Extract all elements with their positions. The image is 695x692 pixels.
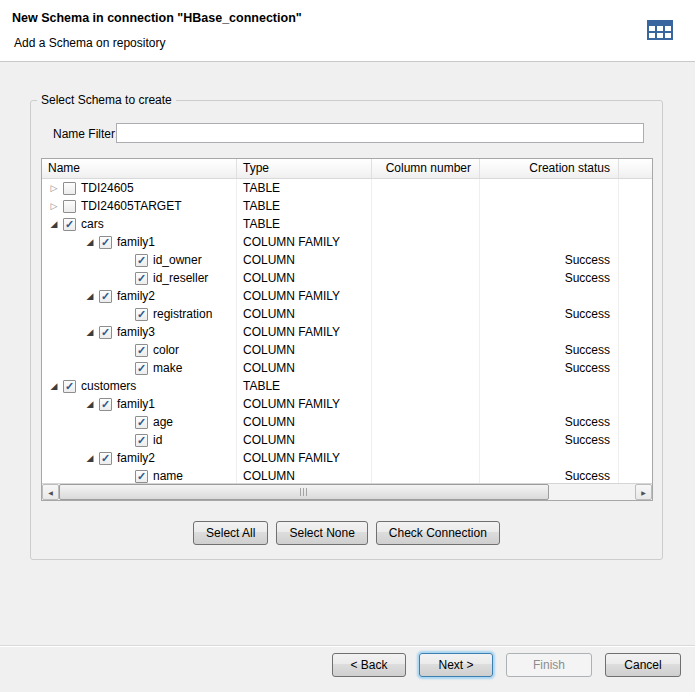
back-button[interactable]: < Back [332,653,406,677]
row-label: id_owner [153,251,202,269]
wizard-dialog: New Schema in connection "HBase_connecti… [0,0,695,692]
table-row[interactable]: ✓idCOLUMNSuccess [42,431,652,449]
table-row[interactable]: ▷TDI24605TARGETTABLE [42,197,652,215]
row-type: TABLE [237,215,372,233]
tree-collapse-icon[interactable]: ◢ [48,377,60,395]
row-extra-cell [619,197,652,215]
row-extra-cell [619,359,652,377]
row-checkbox[interactable] [63,200,76,213]
row-checkbox[interactable]: ✓ [135,362,148,375]
row-extra-cell [619,431,652,449]
row-name-cell: ◢✓family2 [42,287,237,305]
row-checkbox[interactable]: ✓ [99,326,112,339]
row-checkbox[interactable]: ✓ [99,290,112,303]
tree-collapse-icon[interactable]: ◢ [48,215,60,233]
row-checkbox[interactable]: ✓ [135,344,148,357]
row-column-number [372,359,480,377]
row-name-cell: ✓id_owner [42,251,237,269]
row-name-cell: ✓id_reseller [42,269,237,287]
finish-button[interactable]: Finish [506,653,592,677]
row-extra-cell [619,323,652,341]
row-checkbox[interactable]: ✓ [99,236,112,249]
row-name-cell: ✓registration [42,305,237,323]
next-button[interactable]: Next > [419,653,493,677]
row-type: COLUMN [237,305,372,323]
row-label: color [153,341,179,359]
scroll-track[interactable] [59,484,635,500]
table-row[interactable]: ◢✓family3COLUMN FAMILY [42,323,652,341]
row-label: id_reseller [153,269,208,287]
select-schema-group: Select Schema to create Name Filter: Nam… [30,100,663,560]
table-row[interactable]: ▷TDI24605TABLE [42,179,652,197]
row-name-cell: ✓age [42,413,237,431]
table-row[interactable]: ✓id_resellerCOLUMNSuccess [42,269,652,287]
row-column-number [372,305,480,323]
row-label: TDI24605TARGET [81,197,181,215]
table-row[interactable]: ◢✓carsTABLE [42,215,652,233]
row-label: TDI24605 [81,179,134,197]
row-extra-cell [619,233,652,251]
row-name-cell: ✓id [42,431,237,449]
table-row[interactable]: ✓makeCOLUMNSuccess [42,359,652,377]
table-row[interactable]: ◢✓customersTABLE [42,377,652,395]
tree-collapse-icon[interactable]: ◢ [84,323,96,341]
row-creation-status: Success [480,431,619,449]
table-row[interactable]: ◢✓family2COLUMN FAMILY [42,449,652,467]
cancel-button[interactable]: Cancel [605,653,681,677]
tree-expand-icon[interactable]: ▷ [48,197,60,215]
row-column-number [372,431,480,449]
column-header-name[interactable]: Name [42,159,237,178]
check-connection-button[interactable]: Check Connection [376,521,500,545]
row-column-number [372,215,480,233]
table-row[interactable]: ✓id_ownerCOLUMNSuccess [42,251,652,269]
footer-separator [0,645,695,647]
horizontal-scrollbar[interactable]: ◀ ▶ [42,483,652,500]
row-type: COLUMN FAMILY [237,323,372,341]
row-extra-cell [619,377,652,395]
row-checkbox[interactable]: ✓ [135,434,148,447]
tree-collapse-icon[interactable]: ◢ [84,233,96,251]
row-name-cell: ◢✓customers [42,377,237,395]
row-checkbox[interactable]: ✓ [63,380,76,393]
scroll-right-arrow-icon[interactable]: ▶ [635,484,652,500]
row-type: COLUMN [237,269,372,287]
row-label: family1 [117,395,155,413]
row-checkbox[interactable]: ✓ [135,470,148,483]
tree-collapse-icon[interactable]: ◢ [84,287,96,305]
table-row[interactable]: ◢✓family2COLUMN FAMILY [42,287,652,305]
scroll-left-arrow-icon[interactable]: ◀ [42,484,59,500]
column-header-type[interactable]: Type [237,159,372,178]
table-row[interactable]: ◢✓family1COLUMN FAMILY [42,395,652,413]
tree-collapse-icon[interactable]: ◢ [84,449,96,467]
table-row[interactable]: ◢✓family1COLUMN FAMILY [42,233,652,251]
row-checkbox[interactable]: ✓ [63,218,76,231]
table-row[interactable]: ✓colorCOLUMNSuccess [42,341,652,359]
row-name-cell: ◢✓family2 [42,449,237,467]
row-column-number [372,377,480,395]
row-checkbox[interactable]: ✓ [99,452,112,465]
column-header-creation-status[interactable]: Creation status [480,159,619,178]
row-name-cell: ◢✓family1 [42,395,237,413]
row-extra-cell [619,341,652,359]
row-checkbox[interactable]: ✓ [135,254,148,267]
row-checkbox[interactable]: ✓ [135,308,148,321]
table-row[interactable]: ✓ageCOLUMNSuccess [42,413,652,431]
row-creation-status [480,215,619,233]
name-filter-input[interactable] [116,123,644,143]
row-checkbox[interactable]: ✓ [99,398,112,411]
tree-collapse-icon[interactable]: ◢ [84,395,96,413]
table-row[interactable]: ✓registrationCOLUMNSuccess [42,305,652,323]
row-column-number [372,323,480,341]
select-all-button[interactable]: Select All [193,521,268,545]
row-column-number [372,395,480,413]
row-checkbox[interactable]: ✓ [135,416,148,429]
tree-expand-icon[interactable]: ▷ [48,179,60,197]
row-name-cell: ▷TDI24605TARGET [42,197,237,215]
scroll-thumb[interactable] [59,484,549,500]
column-header-column-number[interactable]: Column number [372,159,480,178]
row-name-cell: ◢✓family3 [42,323,237,341]
row-checkbox[interactable]: ✓ [135,272,148,285]
row-checkbox[interactable] [63,182,76,195]
row-column-number [372,449,480,467]
select-none-button[interactable]: Select None [276,521,367,545]
